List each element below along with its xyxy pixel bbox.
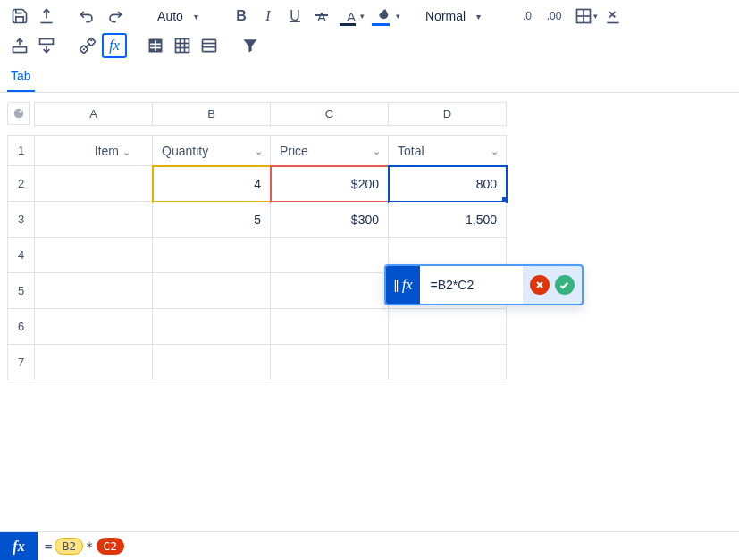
underline-icon[interactable]: U — [282, 4, 307, 29]
cell[interactable]: SN 8027 — [35, 202, 153, 238]
strikethrough-icon[interactable]: A — [309, 4, 334, 29]
filter-icon[interactable] — [238, 33, 263, 58]
col-header[interactable]: A — [35, 103, 153, 126]
borders-icon[interactable]: ▾ — [568, 4, 599, 29]
cell[interactable]: 4 — [153, 166, 271, 202]
toolbar-row2: fx — [0, 33, 739, 63]
drag-handle-icon[interactable]: ∥ — [393, 278, 399, 292]
cell[interactable] — [153, 238, 271, 273]
chevron-down-icon[interactable]: ⌄ — [373, 145, 381, 156]
row-header[interactable]: 4 — [8, 238, 35, 273]
column-headers: A B C D — [35, 103, 507, 126]
cell[interactable] — [389, 309, 507, 345]
sheet-tabs: Tab — [0, 63, 739, 93]
fill-color-icon[interactable]: ▾ — [368, 4, 402, 29]
select-all-icon[interactable] — [7, 102, 30, 125]
cancel-button[interactable] — [530, 275, 550, 295]
cell[interactable]: 1,500 — [389, 202, 507, 238]
fx-badge[interactable]: ∥ fx — [386, 266, 420, 304]
sheet-tab[interactable]: Tab — [7, 63, 35, 92]
confirm-button[interactable] — [555, 275, 575, 295]
svg-rect-3 — [13, 47, 27, 53]
cell[interactable] — [35, 273, 153, 309]
cell[interactable] — [271, 309, 389, 345]
insert-row-above-icon[interactable] — [7, 33, 32, 58]
grid: A B C D 1 Item⌄ Quantity⌄ Price⌄ Total⌄ — [0, 93, 739, 380]
italic-icon[interactable]: I — [256, 4, 281, 29]
row-header[interactable]: 6 — [8, 309, 35, 345]
paragraph-style-dropdown[interactable]: Normal — [418, 4, 499, 29]
formula-icon[interactable]: fx — [102, 33, 127, 58]
row-header[interactable]: 3 — [8, 202, 35, 238]
svg-rect-4 — [40, 39, 54, 45]
fx-icon[interactable]: fx — [0, 532, 38, 561]
table-row: 7 — [8, 345, 507, 380]
table-row: 2 SN 4587 4 $200 800 — [8, 166, 507, 202]
table-row: 1 Item⌄ Quantity⌄ Price⌄ Total⌄ — [8, 136, 507, 166]
table-row: 3 SN 8027 5 $300 1,500 — [8, 202, 507, 238]
col-header[interactable]: D — [389, 103, 507, 126]
toolbar-row1: Auto B I U A A ▾ ▾ Normal .0 .00 ▾ — [0, 0, 739, 33]
font-size-label: Auto — [157, 9, 183, 23]
sheet-tab-label: Tab — [11, 69, 31, 83]
cell[interactable] — [153, 273, 271, 309]
cell[interactable] — [35, 345, 153, 380]
table-icon[interactable] — [143, 33, 168, 58]
formula-bar: fx = B2 * C2 — [0, 531, 739, 560]
cell[interactable] — [271, 238, 389, 273]
grid-icon[interactable] — [170, 33, 195, 58]
chevron-down-icon[interactable]: ⌄ — [255, 145, 263, 156]
cell-ref-token: C2 — [97, 538, 125, 555]
font-size-dropdown[interactable]: Auto — [143, 4, 213, 29]
cell[interactable] — [271, 273, 389, 309]
chevron-down-icon[interactable]: ⌄ — [491, 145, 499, 156]
cell-active[interactable]: 800 — [389, 166, 507, 202]
export-icon[interactable] — [34, 4, 59, 29]
cell[interactable] — [271, 345, 389, 380]
cell[interactable] — [389, 345, 507, 380]
row-header[interactable]: 7 — [8, 345, 35, 380]
cell[interactable] — [153, 345, 271, 380]
increase-decimal-icon[interactable]: .00 — [542, 4, 567, 29]
redo-icon[interactable] — [102, 4, 127, 29]
cell[interactable] — [153, 309, 271, 345]
cell[interactable]: 5 — [153, 202, 271, 238]
link-icon[interactable] — [75, 33, 100, 58]
cell[interactable] — [35, 238, 153, 273]
svg-rect-16 — [203, 39, 216, 51]
formula-expression[interactable]: = B2 * C2 — [38, 538, 131, 555]
header-cell-total[interactable]: Total⌄ — [389, 136, 507, 166]
header-cell-price[interactable]: Price⌄ — [271, 136, 389, 166]
clear-format-icon[interactable] — [600, 4, 626, 29]
cell[interactable]: $300 — [271, 202, 389, 238]
table-row: 6 — [8, 309, 507, 345]
paragraph-style-label: Normal — [425, 9, 466, 23]
undo-icon[interactable] — [75, 4, 100, 29]
chevron-down-icon[interactable]: ⌄ — [122, 146, 130, 157]
insert-row-below-icon[interactable] — [34, 33, 59, 58]
row-header[interactable]: 5 — [8, 273, 35, 309]
cell[interactable] — [35, 309, 153, 345]
formula-input[interactable] — [420, 266, 523, 304]
row-header[interactable]: 1 — [8, 136, 35, 166]
header-cell-item[interactable]: Item⌄ — [35, 136, 153, 166]
svg-rect-10 — [155, 40, 156, 51]
cell[interactable]: $200 — [271, 166, 389, 202]
col-header[interactable]: B — [153, 103, 271, 126]
bold-icon[interactable]: B — [229, 4, 254, 29]
svg-rect-11 — [176, 39, 189, 53]
header-cell-quantity[interactable]: Quantity⌄ — [153, 136, 271, 166]
cell[interactable]: SN 4587 — [35, 166, 153, 202]
col-header[interactable]: C — [271, 103, 389, 126]
list-icon[interactable] — [197, 33, 222, 58]
formula-popup: ∥ fx — [384, 264, 584, 305]
cell-ref-token: B2 — [55, 538, 83, 555]
text-color-icon[interactable]: A ▾ — [336, 4, 366, 29]
row-header[interactable]: 2 — [8, 166, 35, 202]
decrease-decimal-icon[interactable]: .0 — [515, 4, 540, 29]
save-icon[interactable] — [7, 4, 32, 29]
